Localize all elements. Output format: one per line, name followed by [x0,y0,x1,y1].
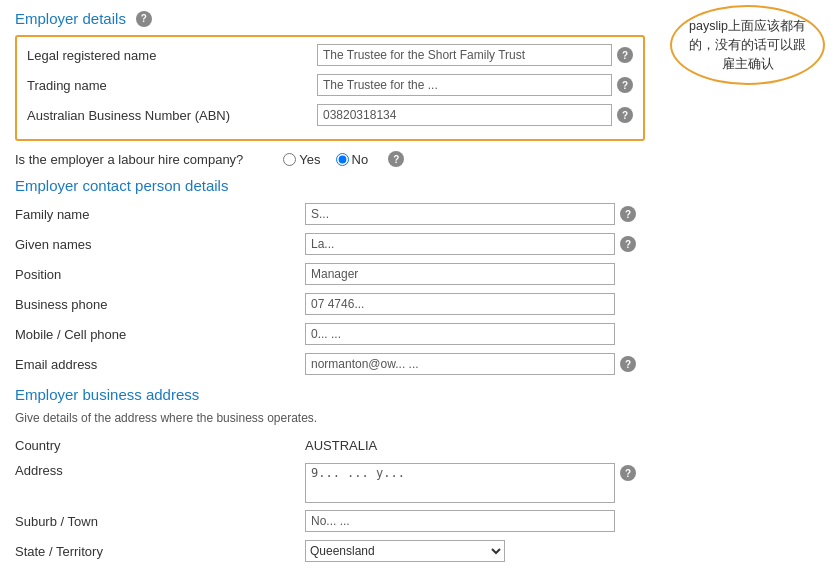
state-select[interactable]: Queensland New South Wales Victoria West… [305,540,505,562]
mobile-phone-input[interactable] [305,323,615,345]
labour-hire-yes-label: Yes [299,152,320,167]
labour-hire-no-label: No [352,152,369,167]
address-section: Employer business address Give details o… [15,386,645,569]
legal-name-input[interactable] [317,44,612,66]
abn-row: Australian Business Number (ABN) ? [27,103,633,127]
given-names-help-icon[interactable]: ? [620,236,636,252]
suburb-input[interactable] [305,510,615,532]
abn-label: Australian Business Number (ABN) [27,108,317,123]
email-input[interactable] [305,353,615,375]
labour-hire-no-radio[interactable] [336,153,349,166]
legal-name-label: Legal registered name [27,48,317,63]
labour-hire-yes-option[interactable]: Yes [283,152,320,167]
mobile-phone-row: Mobile / Cell phone [15,322,645,346]
family-name-input[interactable] [305,203,615,225]
address-description: Give details of the address where the bu… [15,411,645,425]
state-label: State / Territory [15,544,305,559]
family-name-label: Family name [15,207,305,222]
mobile-phone-label: Mobile / Cell phone [15,327,305,342]
address-row: Address ? [15,463,645,503]
position-label: Position [15,267,305,282]
annotation-bubble: payslip上面应该都有的，没有的话可以跟雇主确认 [670,5,825,85]
address-title: Employer business address [15,386,199,403]
contact-title: Employer contact person details [15,177,228,194]
business-phone-label: Business phone [15,297,305,312]
country-value: AUSTRALIA [305,438,377,453]
business-phone-input[interactable] [305,293,615,315]
trading-name-label: Trading name [27,78,317,93]
country-label: Country [15,438,305,453]
family-name-help-icon[interactable]: ? [620,206,636,222]
given-names-row: Given names ? [15,232,645,256]
business-phone-row: Business phone [15,292,645,316]
position-input[interactable] [305,263,615,285]
address-header: Employer business address [15,386,645,403]
legal-name-row: Legal registered name ? [27,43,633,67]
employer-details-section: Employer details ? Legal registered name… [15,10,645,167]
address-label: Address [15,463,305,478]
trading-name-help-icon[interactable]: ? [617,77,633,93]
position-row: Position [15,262,645,286]
employer-details-help-icon[interactable]: ? [136,11,152,27]
address-input[interactable] [305,463,615,503]
labour-hire-no-option[interactable]: No [336,152,369,167]
email-label: Email address [15,357,305,372]
contact-section: Employer contact person details Family n… [15,177,645,376]
suburb-label: Suburb / Town [15,514,305,529]
abn-input[interactable] [317,104,612,126]
annotation-text: payslip上面应该都有的，没有的话可以跟雇主确认 [689,19,806,71]
state-row: State / Territory Queensland New South W… [15,539,645,563]
trading-name-row: Trading name ? [27,73,633,97]
labour-hire-label: Is the employer a labour hire company? [15,152,243,167]
labour-hire-yes-radio[interactable] [283,153,296,166]
email-row: Email address ? [15,352,645,376]
employer-details-title: Employer details [15,10,126,27]
suburb-row: Suburb / Town [15,509,645,533]
given-names-label: Given names [15,237,305,252]
legal-name-help-icon[interactable]: ? [617,47,633,63]
country-row: Country AUSTRALIA [15,433,645,457]
email-help-icon[interactable]: ? [620,356,636,372]
given-names-input[interactable] [305,233,615,255]
labour-hire-help-icon[interactable]: ? [388,151,404,167]
labour-hire-radio-group: Yes No ? [283,151,404,167]
labour-hire-row: Is the employer a labour hire company? Y… [15,151,645,167]
family-name-row: Family name ? [15,202,645,226]
employer-details-box: Legal registered name ? Trading name ? A… [15,35,645,141]
employer-details-header: Employer details ? [15,10,645,27]
abn-help-icon[interactable]: ? [617,107,633,123]
address-help-icon[interactable]: ? [620,465,636,481]
contact-header: Employer contact person details [15,177,645,194]
trading-name-input[interactable] [317,74,612,96]
